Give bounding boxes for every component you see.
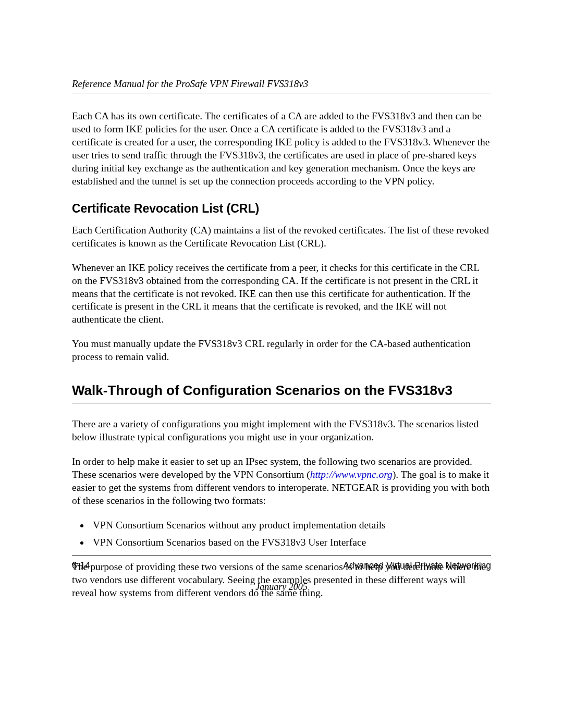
- list-item: VPN Consortium Scenarios without any pro…: [90, 519, 491, 532]
- crl-paragraph-2: Whenever an IKE policy receives the cert…: [72, 262, 491, 327]
- document-page: Reference Manual for the ProSafe VPN Fir…: [0, 0, 563, 728]
- page-footer: 6-14 Advanced Virtual Private Networking…: [72, 556, 491, 593]
- walk-paragraph-2: In order to help make it easier to set u…: [72, 455, 491, 508]
- page-number: 6-14: [72, 560, 90, 571]
- intro-paragraph: Each CA has its own certificate. The cer…: [72, 110, 491, 188]
- heading-crl: Certificate Revocation List (CRL): [72, 202, 491, 216]
- heading-walkthrough: Walk-Through of Configuration Scenarios …: [72, 382, 491, 399]
- walk-bullet-list: VPN Consortium Scenarios without any pro…: [72, 519, 491, 549]
- chapter-title: Advanced Virtual Private Networking: [343, 560, 491, 571]
- heading-rule: [72, 403, 491, 403]
- footer-rule: [72, 556, 491, 556]
- running-header: Reference Manual for the ProSafe VPN Fir…: [72, 78, 491, 93]
- footer-date: January 2005: [72, 582, 491, 593]
- list-item: VPN Consortium Scenarios based on the FV…: [90, 536, 491, 549]
- crl-paragraph-3: You must manually update the FVS318v3 CR…: [72, 338, 491, 364]
- crl-paragraph-1: Each Certification Authority (CA) mainta…: [72, 224, 491, 250]
- vpnc-link[interactable]: http://www.vpnc.org: [310, 469, 393, 480]
- walk-paragraph-1: There are a variety of configurations yo…: [72, 418, 491, 444]
